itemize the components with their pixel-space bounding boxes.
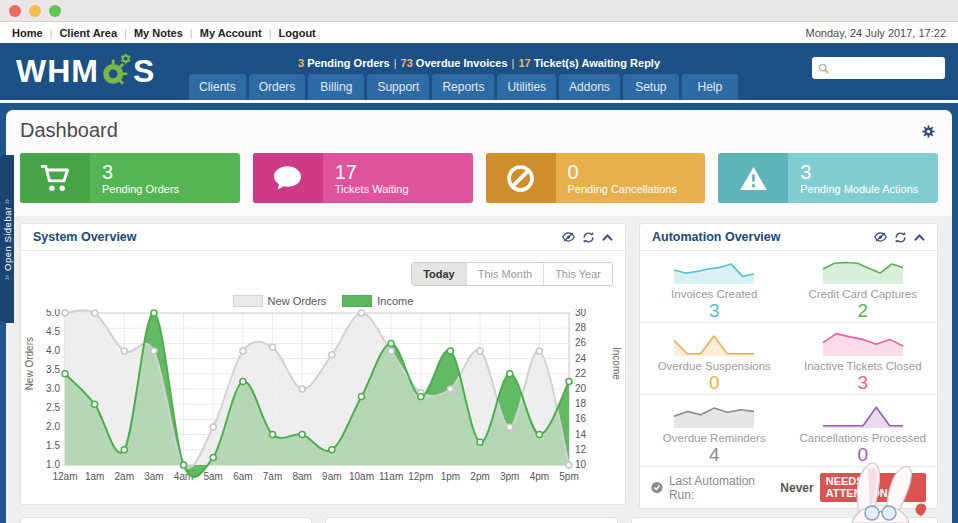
utility-link-client-area[interactable]: Client Area xyxy=(59,27,117,39)
svg-text:2.5: 2.5 xyxy=(46,402,60,413)
automation-value: 2 xyxy=(857,300,868,321)
stat-cards: 3 Pending Orders 17 Tickets Waiting xyxy=(20,153,938,203)
range-button-this-year[interactable]: This Year xyxy=(543,263,612,285)
svg-text:30: 30 xyxy=(575,309,587,318)
header-alerts: 3 Pending Orders|73 Overdue Invoices|17 … xyxy=(200,57,758,69)
warning-icon xyxy=(718,153,788,203)
current-datetime: Monday, 24 July 2017, 17:22 xyxy=(806,27,946,39)
tickets-awaiting-count[interactable]: 17 xyxy=(518,57,530,69)
tab-reports[interactable]: Reports xyxy=(432,74,494,100)
legend-label: Income xyxy=(377,295,413,307)
svg-text:2pm: 2pm xyxy=(470,471,489,482)
tab-billing[interactable]: Billing xyxy=(308,74,364,100)
stat-label: Pending Cancellations xyxy=(568,183,677,195)
tab-setup[interactable]: Setup xyxy=(623,74,679,100)
svg-text:8am: 8am xyxy=(292,471,311,482)
tab-addons[interactable]: Addons xyxy=(559,74,620,100)
svg-text:26: 26 xyxy=(575,337,587,348)
whmcs-logo[interactable]: WHM xyxy=(16,51,155,91)
svg-text:6am: 6am xyxy=(233,471,252,482)
chevron-right-icon: » xyxy=(2,274,12,280)
needs-attention-badge: NEEDS ATTENTION xyxy=(820,473,926,502)
tab-support[interactable]: Support xyxy=(367,74,429,100)
open-sidebar-tab[interactable]: » Open Sidebar » xyxy=(0,155,14,323)
automation-value: 0 xyxy=(709,372,720,393)
new-orders-swatch xyxy=(233,295,263,307)
refresh-icon[interactable] xyxy=(895,232,906,243)
tab-utilities[interactable]: Utilities xyxy=(497,74,556,100)
footer-panels-row: Billing To-Do List xyxy=(20,517,938,523)
svg-text:28: 28 xyxy=(575,322,587,333)
utility-link-logout[interactable]: Logout xyxy=(279,27,316,39)
pending-orders-count[interactable]: 3 xyxy=(298,57,304,69)
automation-grid: Invoices Created 3 Credit Card Captures … xyxy=(640,251,937,467)
svg-text:22: 22 xyxy=(575,368,587,379)
svg-text:11am: 11am xyxy=(379,471,403,482)
cart-icon xyxy=(20,153,90,203)
utility-nav: Home| Client Area| My Notes| My Account|… xyxy=(0,22,958,43)
range-button-today[interactable]: Today xyxy=(412,263,466,285)
hide-panel-eye-slash-icon[interactable] xyxy=(562,232,575,242)
tab-clients[interactable]: Clients xyxy=(189,74,246,100)
stat-card-pending-module-actions[interactable]: 3 Pending Module Actions xyxy=(718,153,938,203)
search-input[interactable] xyxy=(833,62,939,74)
page-title: Dashboard xyxy=(20,119,938,142)
stat-card-pending-orders[interactable]: 3 Pending Orders xyxy=(20,153,240,203)
dashboard-settings-gear-icon[interactable] xyxy=(922,124,935,142)
window-close-button[interactable] xyxy=(9,5,21,17)
svg-text:3.0: 3.0 xyxy=(46,383,60,394)
window-zoom-button[interactable] xyxy=(49,5,61,17)
svg-text:24: 24 xyxy=(575,353,587,364)
collapse-chevron-up-icon[interactable] xyxy=(914,234,925,241)
utility-link-my-account[interactable]: My Account xyxy=(200,27,262,39)
last-run-label: Last Automation Run: xyxy=(669,474,774,502)
collapse-chevron-up-icon[interactable] xyxy=(602,234,613,241)
tab-orders[interactable]: Orders xyxy=(249,74,306,100)
legend-label: New Orders xyxy=(268,295,327,307)
automation-label: Overdue Reminders xyxy=(663,432,766,444)
svg-text:2am: 2am xyxy=(115,471,134,482)
stat-card-tickets-waiting[interactable]: 17 Tickets Waiting xyxy=(253,153,473,203)
automation-item-credit-card-captures: Credit Card Captures 2 xyxy=(789,251,938,323)
automation-item-overdue-suspensions: Overdue Suspensions 0 xyxy=(640,323,789,395)
refresh-icon[interactable] xyxy=(583,232,594,243)
hide-panel-eye-slash-icon[interactable] xyxy=(874,232,887,242)
separator: | xyxy=(190,27,193,39)
utility-link-home[interactable]: Home xyxy=(12,27,43,39)
content-frame: Dashboard xyxy=(0,103,958,523)
svg-text:1pm: 1pm xyxy=(441,471,460,482)
pending-orders-link[interactable]: Pending Orders xyxy=(307,57,390,69)
utility-link-my-notes[interactable]: My Notes xyxy=(134,27,183,39)
stat-value: 17 xyxy=(335,161,409,183)
svg-text:1.5: 1.5 xyxy=(46,440,60,451)
svg-text:12: 12 xyxy=(575,444,587,455)
stat-card-pending-cancellations[interactable]: 0 Pending Cancellations xyxy=(486,153,706,203)
todo-list-panel: To-Do List xyxy=(325,517,618,523)
svg-text:3pm: 3pm xyxy=(500,471,519,482)
chevron-right-icon: » xyxy=(2,198,12,204)
dashboard-header: Dashboard xyxy=(6,110,952,216)
automation-item-cancellations-processed: Cancellations Processed 0 xyxy=(789,395,938,467)
overdue-invoices-link[interactable]: Overdue Invoices xyxy=(416,57,508,69)
automation-item-invoices-created: Invoices Created 3 xyxy=(640,251,789,323)
overdue-invoices-count[interactable]: 73 xyxy=(401,57,413,69)
svg-text:1am: 1am xyxy=(85,471,104,482)
panel-title: Automation Overview xyxy=(652,230,874,244)
content-area: Dashboard xyxy=(6,110,952,523)
stat-label: Pending Orders xyxy=(102,183,179,195)
range-button-this-month[interactable]: This Month xyxy=(466,263,543,285)
tickets-awaiting-link[interactable]: Ticket(s) Awaiting Reply xyxy=(534,57,660,69)
automation-item-inactive-tickets-closed: Inactive Tickets Closed 3 xyxy=(789,323,938,395)
billing-panel: Billing xyxy=(20,517,312,523)
svg-text:4.5: 4.5 xyxy=(46,326,60,337)
automation-value: 3 xyxy=(857,372,868,393)
svg-text:4pm: 4pm xyxy=(530,471,549,482)
system-overview-body: Today This Month This Year New Orders In… xyxy=(21,251,625,504)
last-automation-run: Last Automation Run: Never NEEDS ATTENTI… xyxy=(640,467,937,508)
svg-text:5pm: 5pm xyxy=(559,471,578,482)
logo-gear-icon xyxy=(97,51,135,91)
panels-row: System Overview Today This Month This Ye… xyxy=(20,223,938,509)
tab-help[interactable]: Help xyxy=(682,74,738,100)
main-nav: Clients Orders Billing Support Reports U… xyxy=(189,74,738,100)
window-minimize-button[interactable] xyxy=(29,5,41,17)
